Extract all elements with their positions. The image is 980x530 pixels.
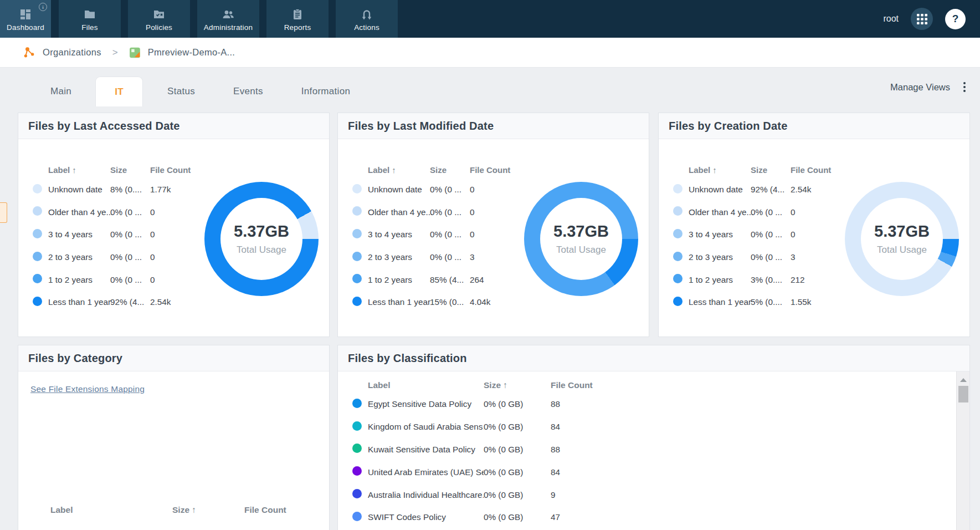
column-file-count[interactable]: File Count (244, 505, 286, 514)
classification-size: 0% (0 GB) (484, 422, 551, 432)
legend-label: 1 to 2 years (368, 275, 430, 285)
nav-label: Dashboard (7, 23, 44, 32)
classification-file-count: 9 (551, 490, 612, 500)
series-color-dot (352, 206, 362, 216)
card-files-by-creation-date: Files by Creation Date Label ↑ Size File… (658, 113, 970, 337)
legend-size: 92% (4... (751, 185, 791, 195)
series-color-dot (352, 444, 362, 453)
legend-size: 0% (0 ... (751, 252, 791, 262)
nav-item-reports[interactable]: Reports (266, 0, 329, 38)
nav-label: Reports (284, 23, 311, 32)
column-label-sort[interactable]: Label ↑ (48, 165, 110, 175)
nav-label: Files (81, 23, 98, 32)
column-file-count[interactable]: File Count (150, 165, 189, 175)
legend-label: Less than 1 year (368, 297, 430, 307)
legend-label: 3 to 4 years (368, 230, 430, 239)
nav-label: Actions (354, 23, 379, 32)
dashboard-icon (19, 7, 32, 21)
series-color-dot (33, 297, 42, 306)
nav-item-administration[interactable]: Administration (197, 0, 259, 38)
nav-item-actions[interactable]: Actions (336, 0, 398, 38)
legend-file-count: 3 (791, 252, 829, 262)
legend-file-count: 0 (150, 230, 189, 239)
column-file-count[interactable]: File Count (470, 165, 509, 175)
series-color-dot (352, 297, 362, 306)
tab-information[interactable]: Information (285, 77, 367, 106)
scrollbar-thumb[interactable] (958, 386, 968, 402)
series-color-dot (33, 206, 42, 216)
legend-row: 2 to 3 years 0% (0 ... 3 (352, 246, 509, 269)
series-color-dot (673, 297, 683, 306)
nav-right-cluster: root ? (883, 0, 980, 38)
scroll-up-arrow-icon[interactable] (960, 378, 967, 382)
kebab-menu-icon[interactable] (963, 82, 966, 92)
apps-grid-button[interactable] (911, 8, 933, 30)
nav-label: Policies (146, 23, 172, 32)
column-file-count[interactable]: File Count (791, 165, 829, 175)
column-label-sort[interactable]: Label ↑ (689, 165, 751, 175)
swap-arrows-icon (360, 7, 373, 21)
legend-size: 0% (0 ... (430, 230, 470, 239)
view-tabs-bar: Main IT Status Events Information Manage… (0, 68, 980, 106)
side-panel-handle[interactable] (0, 202, 7, 223)
column-file-count[interactable]: File Count (551, 380, 612, 390)
series-color-dot (352, 229, 362, 238)
legend-size: 0% (0 ... (110, 230, 150, 239)
tab-main[interactable]: Main (34, 77, 88, 106)
tab-status[interactable]: Status (151, 77, 212, 106)
column-size-sort[interactable]: Size ↑ (172, 505, 196, 514)
legend-row: Unknown date 0% (0 ... 0 (352, 179, 509, 201)
series-color-dot (352, 274, 362, 283)
legend-label: Unknown date (48, 185, 110, 195)
breadcrumb: Organizations > Pmreview-Demo-A... (0, 38, 980, 68)
legend-file-count: 0 (470, 207, 509, 217)
column-label[interactable]: Label (368, 380, 484, 390)
legend-file-count: 0 (791, 207, 829, 217)
legend-file-count: 0 (791, 230, 829, 239)
legend-file-count: 0 (150, 275, 189, 285)
classification-file-count: 47 (551, 512, 612, 522)
series-color-dot (33, 252, 42, 261)
classification-file-count: 88 (551, 399, 612, 409)
tab-events[interactable]: Events (219, 77, 277, 106)
series-color-dot (33, 229, 42, 238)
legend-file-count: 212 (791, 275, 829, 285)
column-size[interactable]: Size (751, 165, 791, 175)
column-size[interactable]: Size (110, 165, 150, 175)
legend-size: 92% (4... (110, 297, 150, 307)
classification-size: 0% (0 GB) (484, 399, 551, 409)
donut-chart[interactable]: 5.37GB Total Usage (845, 182, 959, 296)
classification-file-count: 84 (551, 467, 612, 477)
legend-file-count: 3 (470, 252, 509, 262)
help-button[interactable]: ? (945, 9, 966, 29)
manage-views-button[interactable]: Manage Views (890, 68, 950, 106)
breadcrumb-organizations[interactable]: Organizations (23, 46, 101, 59)
column-size-sort[interactable]: Size ↑ (484, 380, 551, 390)
tab-it[interactable]: IT (95, 77, 143, 106)
question-mark-icon: ? (952, 13, 959, 25)
legend-size: 0% (0 ... (430, 185, 470, 195)
clipboard-icon (291, 7, 304, 21)
donut-chart[interactable]: 5.37GB Total Usage (204, 182, 319, 296)
column-label-sort[interactable]: Label ↑ (368, 165, 430, 175)
donut-chart[interactable]: 5.37GB Total Usage (524, 182, 638, 296)
vertical-scrollbar[interactable] (956, 371, 969, 530)
series-color-dot (352, 466, 362, 476)
legend-size: 0% (0 ... (110, 275, 150, 285)
card-title: Files by Classification (348, 352, 467, 365)
nav-item-dashboard[interactable]: i Dashboard (0, 0, 51, 38)
breadcrumb-current-org[interactable]: Pmreview-Demo-A... (129, 47, 235, 59)
total-usage-value: 5.37GB (874, 222, 930, 241)
classification-row: Kingdom of Saudi Arabia Sens... 0% (0 GB… (352, 416, 612, 439)
column-label[interactable]: Label (50, 505, 73, 514)
legend-row: Older than 4 ye... 0% (0 ... 0 (352, 201, 509, 224)
legend-size: 15% (0... (430, 297, 470, 307)
donut-center: 5.37GB Total Usage (204, 182, 319, 296)
series-color-dot (352, 512, 362, 521)
file-extensions-mapping-link[interactable]: See File Extensions Mapping (30, 384, 145, 394)
info-icon[interactable]: i (39, 3, 47, 11)
nav-item-policies[interactable]: Policies (128, 0, 190, 38)
nav-item-files[interactable]: Files (59, 0, 121, 38)
column-size[interactable]: Size (430, 165, 470, 175)
legend-label: Unknown date (689, 185, 751, 195)
